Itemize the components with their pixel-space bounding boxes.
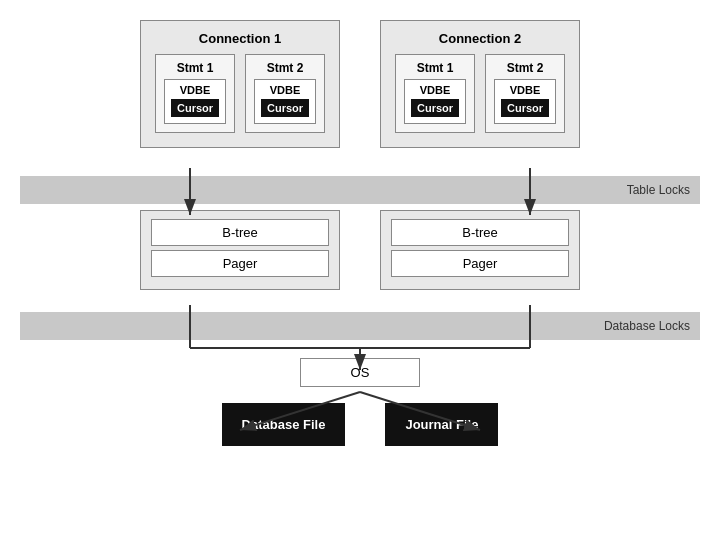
btree-1: B-tree (151, 219, 329, 246)
table-locks-section: Table Locks (20, 154, 700, 204)
vdbe-2-1-label: VDBE (411, 84, 459, 96)
vdbe-1-1: VDBE Cursor (164, 79, 226, 124)
table-locks-band: Table Locks (20, 176, 700, 204)
stmt-1-1: Stmt 1 VDBE Cursor (155, 54, 235, 133)
database-file-box: Database File (222, 403, 346, 446)
vdbe-2-2: VDBE Cursor (494, 79, 556, 124)
connection-2: Connection 2 Stmt 1 VDBE Cursor Stmt 2 (380, 20, 580, 148)
database-locks-label: Database Locks (604, 319, 690, 333)
os-box: OS (300, 358, 420, 387)
connection-2-lower: B-tree Pager (380, 210, 580, 290)
cursor-2-1: Cursor (411, 99, 459, 117)
cursor-1-1: Cursor (171, 99, 219, 117)
database-locks-band: Database Locks (20, 312, 700, 340)
pager-2: Pager (391, 250, 569, 277)
vdbe-1-2: VDBE Cursor (254, 79, 316, 124)
stmt-1-1-label: Stmt 1 (164, 61, 226, 75)
connection-1: Connection 1 Stmt 1 VDBE Cursor Stmt 2 (140, 20, 340, 148)
stmt-1-2-label: Stmt 2 (254, 61, 316, 75)
database-locks-section: Database Locks (20, 296, 700, 340)
vdbe-1-1-label: VDBE (171, 84, 219, 96)
vdbe-2-1: VDBE Cursor (404, 79, 466, 124)
vdbe-2-2-label: VDBE (501, 84, 549, 96)
stmt-2-2-label: Stmt 2 (494, 61, 556, 75)
btree-2: B-tree (391, 219, 569, 246)
stmt-2-1-label: Stmt 1 (404, 61, 466, 75)
journal-file-box: Journal File (385, 403, 498, 446)
stmt-1-2: Stmt 2 VDBE Cursor (245, 54, 325, 133)
connection-2-label: Connection 2 (393, 31, 567, 46)
stmt-2-2: Stmt 2 VDBE Cursor (485, 54, 565, 133)
stmt-2-1: Stmt 1 VDBE Cursor (395, 54, 475, 133)
stmts-row-2: Stmt 1 VDBE Cursor Stmt 2 VDBE Cursor (393, 54, 567, 133)
diagram: Connection 1 Stmt 1 VDBE Cursor Stmt 2 (20, 10, 700, 530)
stmts-row-1: Stmt 1 VDBE Cursor Stmt 2 VDBE Cursor (153, 54, 327, 133)
mid-row: B-tree Pager B-tree Pager (140, 210, 580, 290)
files-row: Database File Journal File (222, 403, 499, 446)
table-locks-label: Table Locks (627, 183, 690, 197)
connections-row: Connection 1 Stmt 1 VDBE Cursor Stmt 2 (140, 20, 580, 148)
vdbe-1-2-label: VDBE (261, 84, 309, 96)
cursor-2-2: Cursor (501, 99, 549, 117)
pager-1: Pager (151, 250, 329, 277)
connection-1-label: Connection 1 (153, 31, 327, 46)
cursor-1-2: Cursor (261, 99, 309, 117)
os-section: OS Database File Journal File (222, 340, 499, 446)
connection-1-lower: B-tree Pager (140, 210, 340, 290)
